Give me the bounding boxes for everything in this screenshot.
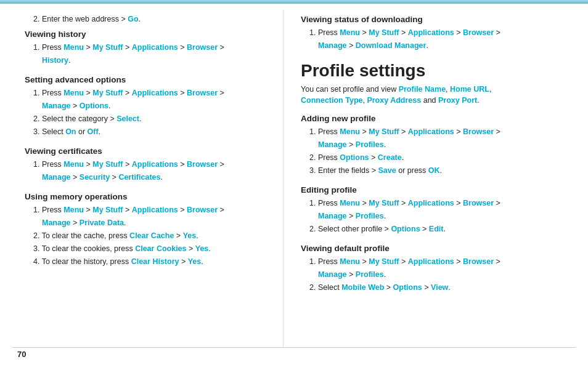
view-link[interactable]: View: [431, 283, 448, 292]
step: 1. Press Menu > My Stuff > Applications …: [33, 87, 268, 138]
mystuff-link[interactable]: My Stuff: [92, 89, 123, 97]
applications-link[interactable]: Applications: [408, 127, 454, 136]
profiles-link[interactable]: Profiles: [356, 270, 384, 279]
profiles-link[interactable]: Profiles: [356, 212, 384, 220]
clear-history-link[interactable]: Clear History: [131, 257, 179, 266]
browser-link[interactable]: Browser: [187, 43, 218, 52]
section-viewing-certificates: Viewing certificates 1. Press Menu > My …: [25, 146, 268, 183]
menu-link[interactable]: Menu: [340, 127, 360, 136]
applications-link[interactable]: Applications: [132, 206, 178, 214]
options-link[interactable]: Options: [391, 225, 420, 233]
section-title-using-memory: Using memory operations: [25, 192, 268, 201]
select-link[interactable]: Select: [116, 114, 139, 123]
create-link[interactable]: Create: [378, 153, 402, 162]
manage-link[interactable]: Manage: [318, 41, 347, 50]
browser-link[interactable]: Browser: [187, 206, 218, 214]
profiles-link[interactable]: Profiles: [356, 140, 384, 149]
clear-cache-link[interactable]: Clear Cache: [129, 231, 174, 240]
yes-link[interactable]: Yes: [195, 244, 209, 253]
edit-link[interactable]: Edit: [429, 225, 444, 233]
options-link[interactable]: Options: [393, 283, 422, 292]
profile-desc: You can set profile and view Profile Nam…: [301, 84, 573, 107]
applications-link[interactable]: Applications: [408, 28, 454, 37]
browser-link[interactable]: Browser: [463, 127, 494, 136]
mystuff-link[interactable]: My Stuff: [92, 206, 123, 214]
section-title-viewing-history: Viewing history: [25, 30, 268, 39]
manage-link[interactable]: Manage: [318, 270, 347, 279]
section-viewing-status: Viewing status of downloading 1. Press M…: [301, 15, 573, 52]
section-title-viewing-certificates: Viewing certificates: [25, 146, 268, 156]
security-link[interactable]: Security: [80, 173, 110, 182]
menu-link[interactable]: Menu: [63, 43, 84, 52]
menu-link[interactable]: Menu: [340, 257, 360, 266]
yes-link[interactable]: Yes: [188, 257, 202, 266]
mystuff-link[interactable]: My Stuff: [369, 28, 399, 37]
step: 1. Press Menu > My Stuff > Applications …: [309, 126, 573, 177]
step: 1. Press Menu > My Stuff > Applications …: [309, 26, 573, 52]
manage-link[interactable]: Manage: [42, 219, 71, 227]
section-title-viewing-status: Viewing status of downloading: [301, 15, 573, 24]
browser-link[interactable]: Browser: [187, 89, 218, 97]
applications-link[interactable]: Applications: [132, 43, 178, 52]
step: 1. Press Menu > My Stuff > Applications …: [309, 255, 573, 294]
section-title-viewing-default-profile: Viewing default profile: [301, 244, 573, 253]
mystuff-link[interactable]: My Stuff: [369, 199, 399, 207]
applications-link[interactable]: Applications: [408, 199, 454, 207]
menu-link[interactable]: Menu: [63, 206, 84, 214]
off-link[interactable]: Off: [88, 127, 99, 136]
mystuff-link[interactable]: My Stuff: [369, 127, 399, 136]
browser-link[interactable]: Browser: [463, 199, 494, 207]
section-title-adding-profile: Adding new profile: [301, 114, 573, 123]
mobile-web-link[interactable]: Mobile Web: [341, 283, 384, 292]
step: 1. Press Menu > My Stuff > Applications …: [309, 197, 573, 235]
section-editing-profile: Editing profile 1. Press Menu > My Stuff…: [301, 185, 573, 235]
options-link[interactable]: Options: [340, 153, 369, 162]
manage-link[interactable]: Manage: [42, 102, 71, 110]
proxy-port-link[interactable]: Proxy Port: [438, 96, 477, 105]
menu-link[interactable]: Menu: [340, 199, 360, 207]
section-title-setting-advanced: Setting advanced options: [25, 75, 268, 84]
connection-type-link[interactable]: Connection Type: [301, 96, 362, 105]
manage-link[interactable]: Manage: [318, 140, 347, 149]
browser-link[interactable]: Browser: [463, 257, 494, 266]
step: 1. Press Menu > My Stuff > Applications …: [33, 204, 268, 268]
menu-link[interactable]: Menu: [340, 28, 360, 37]
home-url-link[interactable]: Home URL: [450, 85, 489, 94]
manage-link[interactable]: Manage: [42, 173, 71, 182]
mystuff-link[interactable]: My Stuff: [92, 43, 123, 52]
certificates-link[interactable]: Certificates: [118, 173, 160, 182]
mystuff-link[interactable]: My Stuff: [92, 160, 123, 169]
step: 1. Press Menu > My Stuff > Applications …: [33, 41, 268, 66]
applications-link[interactable]: Applications: [132, 89, 178, 97]
section-adding-profile: Adding new profile 1. Press Menu > My St…: [301, 114, 573, 177]
section-using-memory: Using memory operations 1. Press Menu > …: [25, 192, 268, 268]
ok-link[interactable]: OK: [428, 166, 440, 175]
clear-cookies-link[interactable]: Clear Cookies: [135, 244, 186, 253]
menu-link[interactable]: Menu: [63, 89, 84, 97]
browser-link[interactable]: Browser: [463, 28, 494, 37]
section-title-editing-profile: Editing profile: [301, 185, 573, 195]
intro-line: 2. Enter the web address > Go.: [33, 15, 268, 23]
download-manager-link[interactable]: Download Manager: [356, 41, 427, 50]
applications-link[interactable]: Applications: [408, 257, 454, 266]
page-number: 70: [17, 350, 26, 359]
browser-link[interactable]: Browser: [187, 160, 218, 169]
yes-link[interactable]: Yes: [183, 231, 197, 240]
profile-settings-heading: Profile settings: [301, 60, 573, 81]
options-link[interactable]: Options: [80, 102, 108, 110]
menu-link[interactable]: Menu: [63, 160, 84, 169]
left-column: 2. Enter the web address > Go. Viewing h…: [0, 10, 284, 347]
section-setting-advanced: Setting advanced options 1. Press Menu >…: [25, 75, 268, 138]
manage-link[interactable]: Manage: [318, 212, 347, 220]
private-data-link[interactable]: Private Data: [80, 219, 124, 227]
step: 1. Press Menu > My Stuff > Applications …: [33, 158, 268, 183]
go-link[interactable]: Go: [128, 15, 138, 23]
history-link[interactable]: History: [42, 56, 68, 65]
right-column: Viewing status of downloading 1. Press M…: [284, 10, 588, 347]
proxy-address-link[interactable]: Proxy Address: [367, 96, 421, 105]
mystuff-link[interactable]: My Stuff: [369, 257, 399, 266]
profile-name-link[interactable]: Profile Name: [399, 85, 446, 94]
on-link[interactable]: On: [65, 127, 76, 136]
save-link[interactable]: Save: [378, 166, 396, 175]
applications-link[interactable]: Applications: [132, 160, 178, 169]
